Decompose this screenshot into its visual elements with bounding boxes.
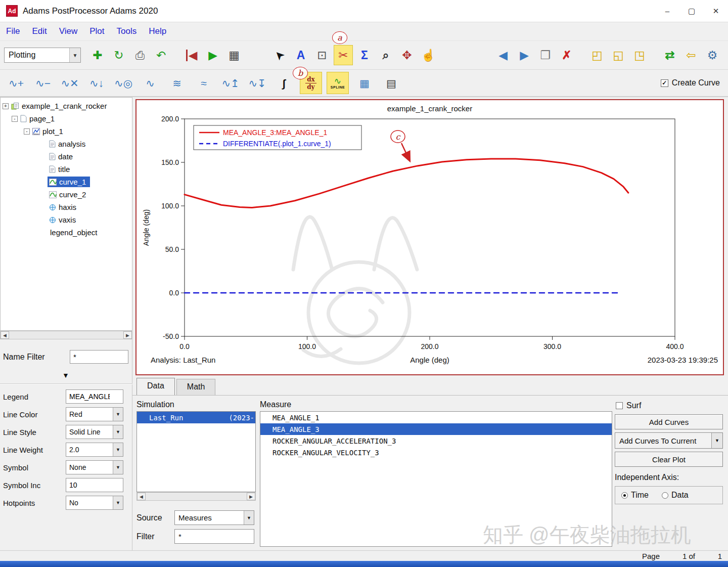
pan-hand-icon[interactable]: ☝	[419, 45, 438, 65]
curve-shift-down-icon[interactable]: ∿↧	[246, 72, 268, 94]
measure-row[interactable]: ROCKER_ANGULAR_ACCELERATION_3	[260, 435, 612, 447]
prev-view-icon[interactable]: ◀	[493, 45, 513, 65]
name-filter-input[interactable]	[70, 350, 128, 364]
settings-gear-icon[interactable]: ⚙	[703, 45, 722, 65]
chevron-down-icon[interactable]: ▼	[113, 425, 123, 439]
tab-math[interactable]: Math	[176, 379, 216, 395]
print-icon[interactable]: ⎙	[130, 45, 150, 65]
menu-item[interactable]: File	[6, 26, 20, 36]
spline-icon[interactable]: ∿ SPLINE	[327, 72, 349, 94]
curve-multi-wave-icon[interactable]: ≋	[166, 72, 188, 94]
tree-item-date[interactable]: date	[1, 150, 132, 163]
swap-view-icon[interactable]: ⇄	[660, 45, 679, 65]
curve-zoom-in-icon[interactable]: ∿+	[5, 72, 27, 94]
chevron-down-icon[interactable]: ▼	[113, 461, 123, 474]
chevron-down-icon[interactable]: ▼	[711, 433, 722, 448]
chevron-down-icon[interactable]: ▼	[244, 511, 254, 525]
refresh-icon[interactable]: ↻	[109, 45, 128, 65]
fft-plot-icon[interactable]: ▦	[353, 72, 376, 94]
chevron-down-icon[interactable]: ▼	[113, 408, 123, 421]
delete-page-icon[interactable]: ✗	[557, 45, 576, 65]
chevron-down-icon[interactable]: ▼	[69, 48, 80, 62]
tree-item-curve-2[interactable]: curve_2	[1, 188, 132, 201]
minimize-button[interactable]: –	[655, 0, 679, 22]
scroll-right-icon[interactable]: ▶	[123, 331, 132, 339]
simulation-list[interactable]: Last_Run (2023-	[136, 411, 256, 492]
curve-edit-icon[interactable]: ✂	[334, 45, 353, 65]
tree-expander[interactable]: +	[3, 103, 9, 109]
menu-item[interactable]: View	[59, 26, 78, 36]
undo-icon[interactable]: ↶	[152, 45, 171, 65]
radio-data[interactable]: Data	[662, 491, 689, 500]
menu-item[interactable]: Tools	[117, 26, 137, 36]
menu-item[interactable]: Help	[149, 26, 166, 36]
clear-plot-button[interactable]: Clear Plot	[615, 452, 723, 467]
tree-item-title[interactable]: title	[1, 163, 132, 176]
plot-canvas[interactable]: 0.0100.0200.0300.0400.0-50.00.050.0100.0…	[136, 100, 723, 374]
tree-item-curve-1[interactable]: curve_1	[1, 176, 132, 188]
legend-input-field[interactable]	[69, 392, 110, 401]
collapse-properties-button[interactable]: ▼	[2, 370, 129, 380]
curve-zoom-out-icon[interactable]: ∿−	[32, 72, 54, 94]
symbol-inc-field[interactable]	[69, 481, 110, 489]
source-select[interactable]: Measures ▼	[174, 510, 254, 525]
curve-delete-icon[interactable]: ∿✕	[59, 72, 81, 94]
tab-data[interactable]: Data	[136, 378, 175, 395]
curve-sine-icon[interactable]: ∿	[139, 72, 161, 94]
layout-quad-icon[interactable]: ◳	[630, 45, 649, 65]
surf-checkbox[interactable]: Surf	[616, 401, 641, 410]
simulation-row[interactable]: Last_Run (2023-	[137, 412, 255, 423]
tree-expander[interactable]: -	[24, 128, 30, 135]
fit-view-icon[interactable]: ✥	[397, 45, 417, 65]
plot-window[interactable]: 0.0100.0200.0300.0400.0-50.00.050.0100.0…	[135, 99, 724, 375]
measure-row[interactable]: MEA_ANGLE_3	[260, 423, 612, 435]
symbol-select[interactable]: None▼	[66, 460, 123, 474]
chevron-down-icon[interactable]: ▼	[113, 443, 123, 456]
add-curves-button[interactable]: Add Curves	[615, 414, 723, 429]
scroll-right-icon[interactable]: ▶	[247, 493, 255, 500]
plot-layout-icon[interactable]: ⊡	[312, 45, 332, 65]
filter-input[interactable]: *	[174, 529, 254, 544]
tree-item-plot-1[interactable]: - plot_1	[1, 125, 132, 138]
maximize-button[interactable]: ▢	[679, 0, 704, 22]
sum-icon[interactable]: Σ	[355, 45, 374, 65]
line-weight-select[interactable]: 2.0▼	[66, 443, 123, 457]
measure-row[interactable]: MEA_ANGLE_1	[260, 412, 612, 423]
mode-select[interactable]: Plotting ▼	[4, 48, 81, 63]
step-start-icon[interactable]: ◀	[182, 45, 201, 65]
scroll-left-icon[interactable]: ◀	[137, 493, 146, 500]
tree-item-vaxis[interactable]: vaxis	[1, 213, 132, 226]
scroll-left-icon[interactable]: ◀	[1, 331, 9, 339]
return-icon[interactable]: ⇦	[681, 45, 701, 65]
tree-item-model[interactable]: + example_1_crank_rocker	[1, 100, 132, 112]
zoom-region-icon[interactable]: ⌕	[376, 45, 395, 65]
play-icon[interactable]: ▶	[203, 45, 222, 65]
new-page-icon[interactable]: ✚	[88, 45, 107, 65]
text-tool-icon[interactable]: A	[291, 45, 310, 65]
new-window-icon[interactable]: ❐	[536, 45, 555, 65]
tree-expander[interactable]: -	[12, 116, 18, 122]
next-view-icon[interactable]: ▶	[515, 45, 534, 65]
simulation-scrollbar[interactable]: ◀ ▶	[136, 492, 256, 501]
measure-row[interactable]: ROCKER_ANGULAR_VELOCITY_3	[260, 447, 612, 458]
chevron-down-icon[interactable]: ▼	[113, 496, 123, 509]
layout-split-icon[interactable]: ◱	[609, 45, 628, 65]
tree-item-analysis[interactable]: analysis	[1, 138, 132, 150]
create-curve-checkbox[interactable]: ✓ Create Curve	[661, 78, 720, 88]
tree-item-haxis[interactable]: haxis	[1, 201, 132, 213]
curve-scale-icon[interactable]: ∿◎	[112, 72, 134, 94]
animation-icon[interactable]: ▦	[224, 45, 244, 65]
add-curves-to-current-select[interactable]: Add Curves To Current ▼	[615, 432, 723, 449]
tree-item-legend-object[interactable]: legend_object	[1, 226, 132, 239]
integrate-icon[interactable]: ∫	[273, 72, 295, 94]
select-cursor-icon[interactable]: ➤	[270, 45, 289, 65]
hotpoints-select[interactable]: No▼	[66, 496, 123, 510]
legend-input[interactable]	[66, 389, 123, 404]
tree-horizontal-scrollbar[interactable]: ◀ ▶	[0, 331, 132, 339]
symbol-inc-input[interactable]	[66, 478, 123, 492]
tree-item-page-1[interactable]: - page_1	[1, 112, 132, 125]
close-button[interactable]: ✕	[704, 0, 728, 22]
line-style-select[interactable]: Solid Line▼	[66, 425, 123, 439]
menu-item[interactable]: Plot	[89, 26, 104, 36]
curve-offset-icon[interactable]: ∿↓	[85, 72, 108, 94]
